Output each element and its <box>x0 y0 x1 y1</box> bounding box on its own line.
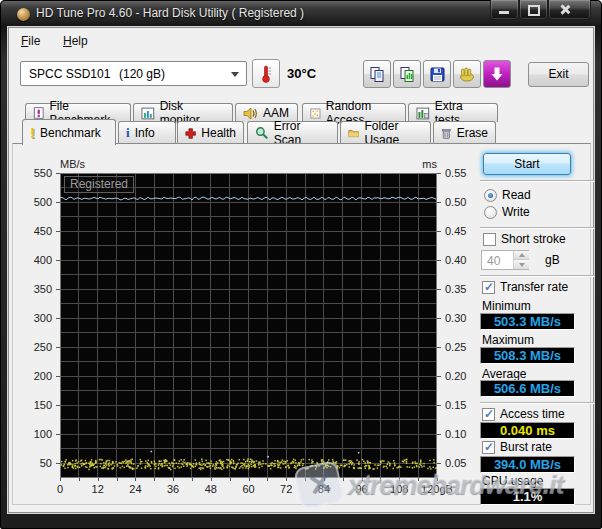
burst-rate-checkbox[interactable]: Burst rate <box>482 440 552 454</box>
save-button[interactable] <box>423 60 451 88</box>
y-left-tick: 400 <box>18 254 52 266</box>
separator <box>480 402 595 404</box>
x-axis: 01224364860728496108120gB <box>60 478 444 496</box>
donate-button[interactable] <box>453 60 481 88</box>
x-axis-tick: 96 <box>355 483 367 495</box>
speaker-icon <box>243 107 258 120</box>
y-right-tick: 0.15 <box>445 399 479 411</box>
tab-error-scan[interactable]: Error Scan <box>247 121 338 144</box>
exclamation-icon: ! <box>30 124 35 141</box>
thermometer-icon <box>258 64 274 84</box>
random-access-icon <box>310 107 321 120</box>
separator <box>480 275 595 277</box>
temperature-button[interactable] <box>252 59 280 88</box>
y-left-tick: 500 <box>18 196 52 208</box>
copy-button[interactable] <box>363 60 391 88</box>
y-left-axis-unit: MB/s <box>60 158 85 170</box>
drive-selector[interactable]: SPCC SSD101 (120 gB) <box>20 61 247 86</box>
trash-icon <box>441 127 452 140</box>
x-axis-tick: 24 <box>129 483 141 495</box>
drive-model: SPCC SSD101 <box>29 67 110 81</box>
x-axis-tick: 48 <box>205 483 217 495</box>
start-button[interactable]: Start <box>483 153 571 175</box>
tab-health[interactable]: Health <box>177 121 244 144</box>
average-label: Average <box>482 367 526 381</box>
cpu-usage-value: 1.1% <box>480 488 575 505</box>
registered-overlay: Registered <box>64 176 134 193</box>
average-value: 506.6 MB/s <box>480 380 575 397</box>
tab-label: Benchmark <box>40 126 101 140</box>
y-right-tick: 0.25 <box>445 341 479 353</box>
short-stroke-checkbox[interactable]: Short stroke <box>483 232 566 246</box>
magnifier-icon <box>255 126 269 140</box>
x-axis-tick: 0 <box>57 483 63 495</box>
access-time-label: Access time <box>500 407 565 421</box>
y-left-tick: 200 <box>18 370 52 382</box>
tab-label: Health <box>201 126 236 140</box>
y-left-tick: 50 <box>18 457 52 469</box>
minimize-button[interactable] <box>490 0 519 20</box>
app-window: HD Tune Pro 4.60 - Hard Disk Utility ( R… <box>0 0 602 529</box>
y-right-tick: 0.50 <box>445 196 479 208</box>
y-right-tick: 0.05 <box>445 457 479 469</box>
update-button[interactable] <box>483 60 511 88</box>
file-benchmark-icon <box>33 106 44 120</box>
tab-folder-usage[interactable]: Folder Usage <box>340 121 431 144</box>
stroke-size-unit: gB <box>545 253 560 267</box>
y-left-tick: 300 <box>18 312 52 324</box>
benchmark-chart: Registered <box>60 173 437 478</box>
tab-benchmark[interactable]: ! Benchmark <box>22 119 116 145</box>
copy-icon <box>369 66 386 83</box>
y-left-axis: 55050045040035030025020015010050 <box>18 167 60 479</box>
x-axis-tick: 12 <box>92 483 104 495</box>
y-right-tick: 0.45 <box>445 225 479 237</box>
drive-capacity: (120 gB) <box>119 67 165 81</box>
menu-file[interactable]: File <box>17 33 44 49</box>
read-radio[interactable]: Read <box>484 188 531 202</box>
save-icon <box>429 66 446 83</box>
spinner-up-button[interactable] <box>514 251 529 260</box>
tab-disk-monitor[interactable]: Disk monitor <box>133 103 233 122</box>
y-left-tick: 450 <box>18 225 52 237</box>
y-right-axis-unit: ms <box>407 158 437 170</box>
client-area: File Help SPCC SSD101 (120 gB) 30°C <box>9 28 593 512</box>
transfer-rate-label: Transfer rate <box>500 280 568 294</box>
y-left-tick: 100 <box>18 428 52 440</box>
tab-info[interactable]: i Info <box>118 121 176 144</box>
transfer-rate-checkbox[interactable]: Transfer rate <box>482 280 568 294</box>
tab-label: Info <box>135 126 155 140</box>
x-axis-tick: 84 <box>318 483 330 495</box>
tab-erase[interactable]: Erase <box>433 121 496 144</box>
chevron-down-icon <box>519 263 525 267</box>
copy-screenshot-button[interactable] <box>393 60 421 88</box>
stroke-size-spinner[interactable]: 40 <box>481 250 529 270</box>
title-bar[interactable]: HD Tune Pro 4.60 - Hard Disk Utility ( R… <box>0 0 602 28</box>
short-stroke-label: Short stroke <box>501 232 566 246</box>
x-axis-tick: 60 <box>242 483 254 495</box>
read-label: Read <box>502 188 531 202</box>
write-label: Write <box>502 205 530 219</box>
close-button[interactable] <box>548 0 591 20</box>
access-time-checkbox[interactable]: Access time <box>482 407 565 421</box>
y-left-tick: 550 <box>18 167 52 179</box>
y-right-tick: 0.40 <box>445 254 479 266</box>
x-axis-tick: 72 <box>280 483 292 495</box>
write-radio[interactable]: Write <box>484 205 530 219</box>
burst-rate-value: 394.0 MB/s <box>480 456 575 473</box>
maximize-button[interactable] <box>519 0 548 20</box>
x-axis-tick: 36 <box>167 483 179 495</box>
y-left-tick: 150 <box>18 399 52 411</box>
minimum-value: 503.3 MB/s <box>480 313 575 330</box>
exit-button[interactable]: Exit <box>528 62 589 87</box>
checkbox-checked-icon <box>482 281 495 294</box>
y-right-tick: 0.30 <box>445 312 479 324</box>
chevron-down-icon[interactable] <box>231 72 239 77</box>
access-time-value: 0.040 ms <box>480 422 575 439</box>
maximize-icon <box>528 5 540 16</box>
menu-help[interactable]: Help <box>59 33 92 49</box>
maximum-label: Maximum <box>482 333 534 347</box>
folder-icon <box>348 127 359 139</box>
y-right-tick: 0.20 <box>445 370 479 382</box>
radio-selected-icon <box>484 189 497 202</box>
spinner-down-button[interactable] <box>514 260 529 269</box>
